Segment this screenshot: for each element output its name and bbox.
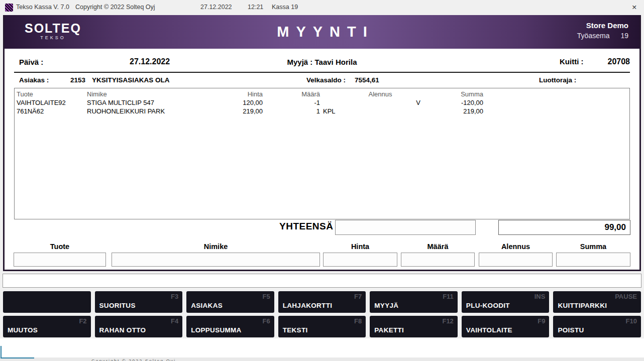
col-header-nimike: Nimike <box>87 90 238 98</box>
cell-unit <box>320 98 340 107</box>
titlebar-time: 12:21 <box>248 4 263 11</box>
button-kuittiparkki[interactable]: PAUSE KUITTIPARKKI <box>553 291 641 313</box>
table-header-row: Tuote Nimike Hinta Määrä Alennus Summa <box>15 88 629 98</box>
entry-label-nimike: Nimike <box>112 243 320 251</box>
fkey-label: F10 <box>626 317 637 325</box>
cell-tuote: VAIHTOLAITE92 <box>17 98 87 107</box>
col-header-maara: Määrä <box>263 90 320 98</box>
cell-maara: 1 <box>263 107 320 115</box>
button-plu-koodit[interactable]: INS PLU-KOODIT <box>462 291 550 313</box>
titlebar-register: Kassa 19 <box>272 4 298 11</box>
debt-label: Velkasaldo : <box>306 76 346 84</box>
quantity-input[interactable] <box>401 253 475 267</box>
debt-value: 7554,61 <box>355 76 379 84</box>
cell-tuote: 761NÄ62 <box>17 107 87 115</box>
button-asiakas[interactable]: F5 ASIAKAS <box>186 291 274 313</box>
window-title: Tekso Kassa V. 7.0 <box>16 4 69 11</box>
button-teksti[interactable]: F8 TEKSTI <box>278 316 366 337</box>
entry-label-hinta: Hinta <box>323 243 397 251</box>
col-header-alennus: Alennus <box>340 90 420 98</box>
customer-number: 2153 <box>70 76 85 84</box>
window-titlebar: Tekso Kassa V. 7.0 Copyright © 2022 Solt… <box>0 0 644 15</box>
table-row[interactable]: VAIHTOLAITE92 STIGA MULTICLIP 547 120,00… <box>15 98 629 107</box>
fkey-label: PAUSE <box>615 293 637 300</box>
entry-label-summa: Summa <box>556 243 630 251</box>
page-title: MYYNTI <box>5 24 639 40</box>
sale-info-row: Päivä : 27.12.2022 Myyjä : Taavi Horila … <box>5 55 639 72</box>
sale-lines-table: Tuote Nimike Hinta Määrä Alennus Summa V… <box>14 88 630 219</box>
button-lahjakortti[interactable]: F7 LAHJAKORTTI <box>278 291 366 313</box>
button-paketti[interactable]: F12 PAKETTI <box>370 316 458 337</box>
entry-label-tuote: Tuote <box>14 243 106 251</box>
price-input[interactable] <box>323 253 397 267</box>
fkey-label: F3 <box>171 293 178 300</box>
fkey-label: F6 <box>263 317 270 325</box>
titlebar-date: 27.12.2022 <box>200 4 232 11</box>
bottom-panel <box>0 338 644 357</box>
cell-hinta: 219,00 <box>238 107 263 115</box>
credit-limit-label: Luottoraja : <box>539 76 576 84</box>
button-muutos[interactable]: F2 MUUTOS <box>3 316 91 337</box>
seller-field: Myyjä : Taavi Horila <box>5 58 639 66</box>
store-info: Store Demo Työasema19 <box>577 21 628 40</box>
status-text: Copyright © 2022 Solteq Oyj <box>91 358 176 361</box>
fkey-label: F2 <box>79 317 86 325</box>
fkey-label: F7 <box>354 293 362 300</box>
button-rahan-otto[interactable]: F4 RAHAN OTTO <box>95 316 183 337</box>
customer-label: Asiakas : <box>19 76 49 84</box>
fkey-label: F11 <box>443 293 454 300</box>
function-button-row-2: F2 MUUTOS F4 RAHAN OTTO F6 LOPPUSUMMA F8… <box>3 316 641 337</box>
workstation-number: 19 <box>620 32 628 40</box>
seller-label: Myyjä : <box>287 58 313 66</box>
total-entry-input[interactable] <box>335 220 476 235</box>
app-header-banner: SOLTEQ TEKSO MYYNTI Store Demo Työasema1… <box>5 15 639 49</box>
receipt-number: 20708 <box>608 57 630 66</box>
col-header-summa: Summa <box>420 90 483 98</box>
button-loppusumma[interactable]: F6 LOPPUSUMMA <box>186 316 274 337</box>
focus-accent-vertical <box>1 346 2 358</box>
name-input[interactable] <box>112 253 320 267</box>
divider-line <box>14 72 630 73</box>
customer-row: Asiakas : 2153 YKSITYISASIAKAS OLA Velka… <box>5 73 639 87</box>
main-panel: SOLTEQ TEKSO MYYNTI Store Demo Työasema1… <box>3 15 641 271</box>
cell-alennus: V <box>340 98 420 107</box>
workstation-label: Työasema <box>577 32 610 40</box>
entry-label-alennus: Alennus <box>479 243 553 251</box>
button-blank[interactable] <box>3 291 91 313</box>
table-row[interactable]: 761NÄ62 RUOHONLEIKKURI PARK 219,00 1 KPL… <box>15 107 629 115</box>
button-poistu[interactable]: F10 POISTU <box>553 316 641 337</box>
cell-nimike: STIGA MULTICLIP 547 <box>87 98 238 107</box>
cell-maara: -1 <box>263 98 320 107</box>
sum-input[interactable] <box>556 253 630 267</box>
seller-value: Taavi Horila <box>315 58 357 66</box>
entry-label-maara: Määrä <box>401 243 475 251</box>
button-suoritus[interactable]: F3 SUORITUS <box>95 291 183 313</box>
product-input[interactable] <box>14 253 106 267</box>
receipt-label: Kuitti : <box>560 57 583 66</box>
fkey-label: F5 <box>263 293 270 300</box>
close-icon[interactable]: ✕ <box>632 4 637 11</box>
button-myyja[interactable]: F11 MYYJÄ <box>370 291 458 313</box>
workstation-row: Työasema19 <box>577 32 628 40</box>
col-header-tuote: Tuote <box>17 90 87 98</box>
cell-summa: -120,00 <box>420 98 483 107</box>
titlebar-copyright: Copyright © 2022 Solteq Oyj <box>75 4 155 11</box>
total-amount: 99,00 <box>498 220 630 235</box>
cell-unit: KPL <box>320 107 340 115</box>
discount-input[interactable] <box>479 253 553 267</box>
function-button-row-1: F3 SUORITUS F5 ASIAKAS F7 LAHJAKORTTI F1… <box>3 291 641 313</box>
focus-accent-horizontal <box>1 357 34 358</box>
app-icon <box>5 4 13 12</box>
total-label: YHTEENSÄ <box>279 221 333 232</box>
status-strip: Copyright © 2022 Solteq Oyj <box>0 357 644 361</box>
fkey-label: F8 <box>354 317 362 325</box>
cell-nimike: RUOHONLEIKKURI PARK <box>87 107 238 115</box>
fkey-label: F9 <box>538 317 545 325</box>
customer-name: YKSITYISASIAKAS OLA <box>92 76 179 84</box>
cell-hinta: 120,00 <box>238 98 263 107</box>
fkey-label: F4 <box>171 317 178 325</box>
cell-alennus <box>340 107 420 115</box>
button-vaihtolaite[interactable]: F9 VAIHTOLAITE <box>462 316 550 337</box>
fkey-label: INS <box>534 293 546 300</box>
message-input-bar[interactable] <box>3 274 641 288</box>
